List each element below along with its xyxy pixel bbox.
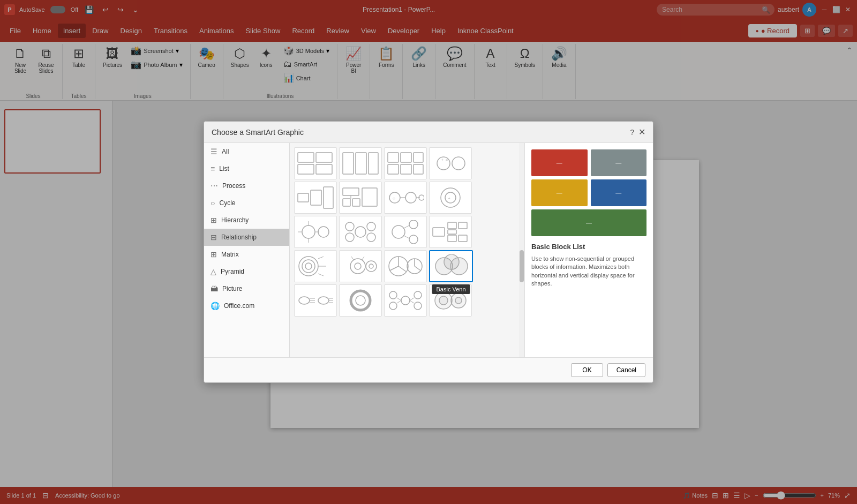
smartart-item-6[interactable] xyxy=(339,182,382,214)
content-scrollbar[interactable] xyxy=(519,143,524,357)
svg-text:○: ○ xyxy=(393,196,395,201)
smartart-svg-pie xyxy=(387,254,424,278)
smartart-item-10[interactable] xyxy=(339,216,382,248)
smartart-item-7[interactable]: ○ xyxy=(384,182,427,214)
smartart-item-pie[interactable] xyxy=(384,250,427,282)
svg-point-28 xyxy=(405,192,416,203)
svg-rect-9 xyxy=(414,153,423,162)
svg-rect-52 xyxy=(448,230,456,234)
svg-point-32 xyxy=(445,192,456,203)
smartart-item-ring[interactable] xyxy=(339,284,382,317)
smartart-item-8[interactable]: + xyxy=(429,182,472,214)
svg-point-44 xyxy=(367,233,375,242)
svg-line-74 xyxy=(415,266,420,270)
svg-point-57 xyxy=(302,260,315,273)
smartart-item-9[interactable] xyxy=(294,216,337,248)
smartart-svg-9 xyxy=(297,220,334,244)
cancel-button[interactable]: Cancel xyxy=(607,363,645,377)
smartart-row-3 xyxy=(294,216,520,248)
smartart-item-3[interactable] xyxy=(384,147,427,179)
svg-point-62 xyxy=(350,259,365,274)
sidebar-item-list[interactable]: ≡ List xyxy=(204,160,289,177)
svg-text:+: + xyxy=(448,196,450,201)
dialog-sidebar: ☰ All ≡ List ⋯ Process ○ Cycle ⊞ Hiera xyxy=(204,143,290,357)
svg-rect-51 xyxy=(448,222,456,229)
svg-line-66 xyxy=(351,257,354,260)
svg-rect-4 xyxy=(343,153,354,174)
smartart-item-1[interactable] xyxy=(294,147,337,179)
picture-label: Picture xyxy=(222,285,242,292)
sidebar-item-picture[interactable]: 🏔 Picture xyxy=(204,280,289,297)
relationship-label: Relationship xyxy=(221,234,257,241)
smartart-item-5[interactable] xyxy=(294,182,337,214)
smartart-svg-oval-list xyxy=(297,289,334,312)
svg-point-41 xyxy=(345,222,354,231)
smartart-item-4[interactable]: + = xyxy=(429,147,472,179)
sidebar-item-officecom[interactable]: 🌐 Office.com xyxy=(204,297,289,314)
smartart-svg-10 xyxy=(342,220,379,244)
smartart-svg-8: + xyxy=(432,186,469,209)
sidebar-item-pyramid[interactable]: △ Pyramid xyxy=(204,263,289,280)
svg-point-98 xyxy=(439,296,448,305)
svg-rect-0 xyxy=(298,153,314,162)
svg-point-90 xyxy=(414,291,422,299)
sidebar-item-relationship[interactable]: ⊟ Relationship xyxy=(204,229,289,246)
dialog-close-button[interactable]: ✕ xyxy=(638,127,645,137)
smartart-row-2: ○ + xyxy=(294,182,520,214)
smartart-svg-radial xyxy=(387,289,424,312)
svg-point-42 xyxy=(367,222,375,231)
svg-point-64 xyxy=(366,261,377,272)
svg-rect-6 xyxy=(369,153,378,174)
preview-graphic: — — — — — xyxy=(531,149,646,236)
sidebar-item-process[interactable]: ⋯ Process xyxy=(204,177,289,194)
smartart-item-basic-venn[interactable]: Basic Venn xyxy=(429,250,473,282)
svg-point-48 xyxy=(409,220,418,229)
svg-rect-53 xyxy=(448,235,456,242)
svg-point-40 xyxy=(355,227,366,237)
svg-line-71 xyxy=(390,266,399,270)
svg-point-34 xyxy=(302,225,315,238)
svg-line-96 xyxy=(410,300,414,303)
dialog-preview: — — — — — Basic Block List U xyxy=(524,143,653,357)
sidebar-item-all[interactable]: ☰ All xyxy=(204,143,289,160)
svg-point-58 xyxy=(305,263,312,269)
smartart-item-gear[interactable] xyxy=(339,250,382,282)
svg-line-47 xyxy=(403,235,409,238)
dialog-title: Choose a SmartArt Graphic xyxy=(212,128,304,137)
svg-rect-17 xyxy=(298,193,309,202)
svg-rect-55 xyxy=(458,235,467,242)
sidebar-item-cycle[interactable]: ○ Cycle xyxy=(204,194,289,212)
svg-point-16 xyxy=(452,157,465,170)
smartart-item-oval-list[interactable] xyxy=(294,284,337,317)
smartart-svg-4: + = xyxy=(432,152,469,175)
dialog-help-icon[interactable]: ? xyxy=(630,128,634,137)
all-icon: ☰ xyxy=(211,147,217,156)
sidebar-item-matrix[interactable]: ⊞ Matrix xyxy=(204,246,289,263)
svg-point-43 xyxy=(345,233,354,242)
smartart-item-11[interactable] xyxy=(384,216,427,248)
svg-line-94 xyxy=(410,298,414,300)
smartart-item-12[interactable] xyxy=(429,216,472,248)
content-scrollbar-thumb xyxy=(520,250,524,282)
relationship-icon: ⊟ xyxy=(211,233,217,242)
smartart-svg-gear xyxy=(342,254,379,278)
process-label: Process xyxy=(222,182,245,190)
svg-line-61 xyxy=(318,274,324,276)
smartart-item-empty[interactable] xyxy=(429,284,472,317)
smartart-item-radial[interactable] xyxy=(384,284,427,317)
ok-button[interactable]: OK xyxy=(571,363,603,377)
sidebar-item-hierarchy[interactable]: ⊞ Hierarchy xyxy=(204,212,289,229)
officecom-label: Office.com xyxy=(224,302,254,310)
preview-title: Basic Block List xyxy=(531,243,646,251)
smartart-item-target[interactable] xyxy=(294,250,337,282)
svg-point-45 xyxy=(392,225,405,238)
svg-rect-3 xyxy=(316,164,332,174)
svg-line-93 xyxy=(397,298,401,300)
preview-block-orange: — xyxy=(531,149,588,176)
svg-point-88 xyxy=(401,296,410,305)
officecom-icon: 🌐 xyxy=(211,302,220,310)
svg-point-49 xyxy=(409,235,418,244)
svg-point-78 xyxy=(299,297,310,304)
svg-point-63 xyxy=(355,263,361,269)
smartart-item-2[interactable] xyxy=(339,147,382,179)
